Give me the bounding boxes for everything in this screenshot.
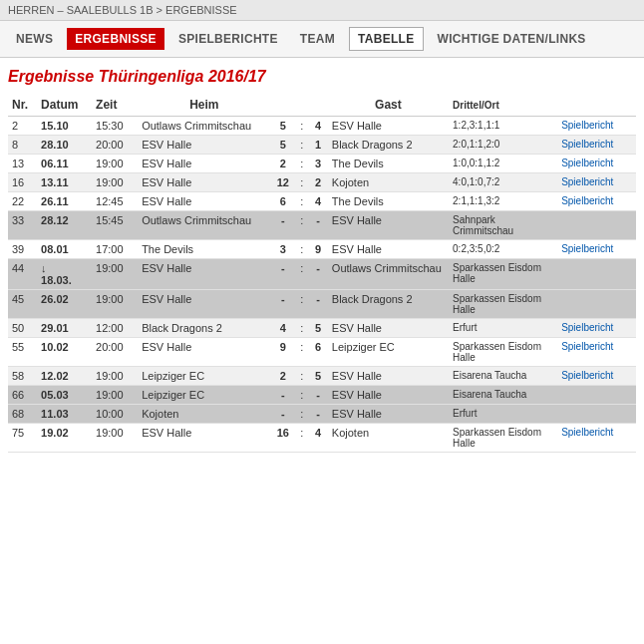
cell-bericht xyxy=(557,405,636,424)
cell-gast: ESV Halle xyxy=(328,319,449,338)
cell-gast: Leipziger EC xyxy=(328,338,449,367)
cell-gast: ESV Halle xyxy=(328,211,449,240)
cell-heim: ESV Halle xyxy=(138,259,270,290)
cell-drittel: Eisarena Taucha xyxy=(449,367,557,386)
cell-datum: 28.12 xyxy=(37,211,92,240)
cell-datum: 13.11 xyxy=(37,173,92,192)
cell-zeit: 12:45 xyxy=(92,192,138,211)
cell-gast: Black Dragons 2 xyxy=(328,290,449,319)
cell-nr: 55 xyxy=(8,338,37,367)
cell-bericht[interactable]: Spielbericht xyxy=(557,173,636,192)
cell-bericht[interactable]: Spielbericht xyxy=(557,424,636,453)
cell-bericht xyxy=(557,211,636,240)
cell-score-sep: : xyxy=(295,240,308,259)
cell-datum: 12.02 xyxy=(37,367,92,386)
cell-score2: - xyxy=(308,290,327,319)
cell-nr: 68 xyxy=(8,405,37,424)
cell-gast: ESV Halle xyxy=(328,117,449,136)
cell-bericht xyxy=(557,259,636,290)
col-sep xyxy=(295,94,308,117)
cell-heim: ESV Halle xyxy=(138,338,270,367)
cell-nr: 2 xyxy=(8,117,37,136)
cell-heim: ESV Halle xyxy=(138,136,270,155)
cell-gast: Kojoten xyxy=(328,173,449,192)
cell-drittel: 2:1,1:1,3:2 xyxy=(449,192,557,211)
cell-score1: 3 xyxy=(270,240,295,259)
cell-score-sep: : xyxy=(295,338,308,367)
cell-score2: 1 xyxy=(308,136,327,155)
cell-score-sep: : xyxy=(295,424,308,453)
table-row: 45 26.02 19:00 ESV Halle - : - Black Dra… xyxy=(8,290,636,319)
cell-zeit: 10:00 xyxy=(92,405,138,424)
cell-datum: 05.03 xyxy=(37,386,92,405)
cell-score2: 2 xyxy=(308,173,327,192)
cell-score1: - xyxy=(270,259,295,290)
cell-score2: 4 xyxy=(308,424,327,453)
breadcrumb: HERREN – SAALEBULLS 1B > ERGEBNISSE xyxy=(8,4,237,16)
col-nr: Nr. xyxy=(8,94,37,117)
cell-score1: 4 xyxy=(270,319,295,338)
cell-bericht[interactable]: Spielbericht xyxy=(557,117,636,136)
cell-gast: The Devils xyxy=(328,155,449,173)
nav-item-ergebnisse[interactable]: ERGEBNISSE xyxy=(67,28,164,50)
cell-drittel: Erfurt xyxy=(449,405,557,424)
cell-score2: 4 xyxy=(308,192,327,211)
col-s1 xyxy=(270,94,295,117)
cell-zeit: 19:00 xyxy=(92,290,138,319)
cell-nr: 50 xyxy=(8,319,37,338)
cell-score2: 5 xyxy=(308,319,327,338)
cell-score1: 5 xyxy=(270,136,295,155)
nav-item-spielberichte[interactable]: SPIELBERICHTE xyxy=(170,28,286,50)
table-row: 55 10.02 20:00 ESV Halle 9 : 6 Leipziger… xyxy=(8,338,636,367)
cell-drittel: 4:0,1:0,7:2 xyxy=(449,173,557,192)
cell-bericht[interactable]: Spielbericht xyxy=(557,192,636,211)
cell-score1: - xyxy=(270,386,295,405)
table-row: 50 29.01 12:00 Black Dragons 2 4 : 5 ESV… xyxy=(8,319,636,338)
cell-drittel: 1:0,0:1,1:2 xyxy=(449,155,557,173)
cell-heim: Kojoten xyxy=(138,405,270,424)
cell-gast: Black Dragons 2 xyxy=(328,136,449,155)
cell-score1: 2 xyxy=(270,367,295,386)
nav-item-tabelle[interactable]: TABELLE xyxy=(349,27,424,51)
cell-nr: 75 xyxy=(8,424,37,453)
cell-bericht[interactable]: Spielbericht xyxy=(557,338,636,367)
cell-gast: The Devils xyxy=(328,192,449,211)
cell-score1: 5 xyxy=(270,117,295,136)
cell-score-sep: : xyxy=(295,192,308,211)
table-row: 58 12.02 19:00 Leipziger EC 2 : 5 ESV Ha… xyxy=(8,367,636,386)
col-gast: Gast xyxy=(328,94,449,117)
cell-nr: 39 xyxy=(8,240,37,259)
cell-heim: ESV Halle xyxy=(138,192,270,211)
cell-datum: 06.11 xyxy=(37,155,92,173)
navigation: NEWSERGEBNISSESPIELBERICHTETEAMTABELLEWI… xyxy=(0,21,644,58)
cell-gast: ESV Halle xyxy=(328,367,449,386)
cell-score-sep: : xyxy=(295,259,308,290)
table-row: 16 13.11 19:00 ESV Halle 12 : 2 Kojoten … xyxy=(8,173,636,192)
cell-heim: ESV Halle xyxy=(138,424,270,453)
cell-zeit: 15:45 xyxy=(92,211,138,240)
cell-bericht[interactable]: Spielbericht xyxy=(557,240,636,259)
cell-zeit: 19:00 xyxy=(92,173,138,192)
cell-zeit: 19:00 xyxy=(92,259,138,290)
cell-datum: 28.10 xyxy=(37,136,92,155)
table-row: 75 19.02 19:00 ESV Halle 16 : 4 Kojoten … xyxy=(8,424,636,453)
cell-bericht[interactable]: Spielbericht xyxy=(557,155,636,173)
cell-score-sep: : xyxy=(295,405,308,424)
cell-heim: ESV Halle xyxy=(138,290,270,319)
nav-item-wichtige-daten/links[interactable]: WICHTIGE DATEN/LINKS xyxy=(430,28,594,50)
cell-zeit: 19:00 xyxy=(92,367,138,386)
cell-bericht[interactable]: Spielbericht xyxy=(557,367,636,386)
cell-bericht[interactable]: Spielbericht xyxy=(557,319,636,338)
col-drittel: Drittel/Ort xyxy=(449,94,557,117)
results-table: Nr. Datum Zeit Heim Gast Drittel/Ort 2 1… xyxy=(8,94,636,453)
cell-score1: 9 xyxy=(270,338,295,367)
cell-score1: 6 xyxy=(270,192,295,211)
nav-item-team[interactable]: TEAM xyxy=(292,28,343,50)
cell-bericht xyxy=(557,290,636,319)
cell-heim: Black Dragons 2 xyxy=(138,319,270,338)
cell-drittel: Sparkassen Eisdom Halle xyxy=(449,259,557,290)
nav-item-news[interactable]: NEWS xyxy=(8,28,61,50)
cell-bericht[interactable]: Spielbericht xyxy=(557,136,636,155)
cell-nr: 8 xyxy=(8,136,37,155)
cell-drittel: Eisarena Taucha xyxy=(449,386,557,405)
